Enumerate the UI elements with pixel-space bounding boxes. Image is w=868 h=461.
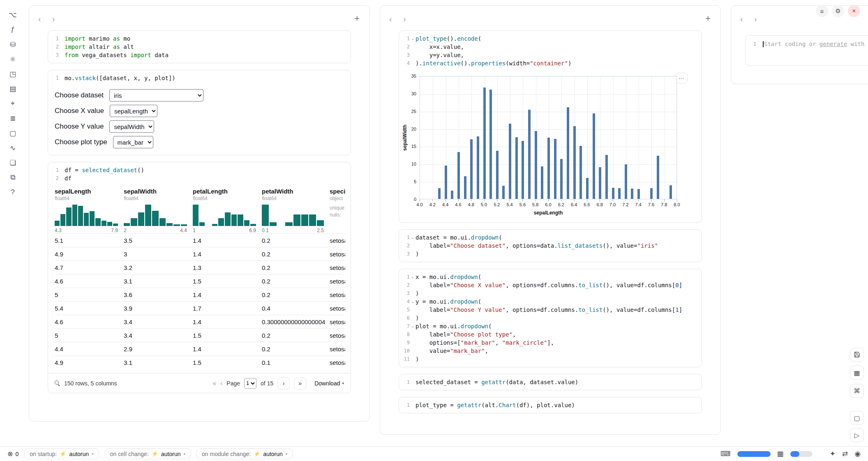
dropdown-select-choose-y-value[interactable]: sepalWidth [109, 120, 154, 133]
fold-chevron-icon[interactable]: ⌄ [410, 275, 416, 279]
line-number: 2 [48, 44, 59, 50]
table-row[interactable]: 5.13.51.40.2setosa [55, 233, 345, 247]
dropdown-select-choose-dataset[interactable]: iris [109, 89, 203, 101]
code-line: 7⌄plot = mo.ui.dropdown( [399, 322, 702, 330]
cell-new-empty[interactable]: 1 Start coding or generate with AI [745, 35, 868, 66]
table-header: sepalLengthfloat644.37.9sepalWidthfloat6… [55, 188, 345, 233]
table-row[interactable]: 5.43.91.70.4setosa [55, 301, 345, 315]
column-name: species [330, 188, 345, 195]
table-footer: 150 rows, 5 columns « ‹ Page 1 of 15 › »… [48, 373, 351, 393]
on-startup-chip[interactable]: on startup: ⚡ autorun ▾ [24, 448, 99, 459]
cell-xy-plot-dropdowns[interactable]: 1⌄x = mo.ui.dropdown(2 label="Choose X v… [399, 269, 702, 367]
fold-chevron-icon[interactable]: ⌄ [410, 300, 416, 304]
chat-icon[interactable]: ❏ [8, 158, 18, 167]
code-editor[interactable]: 1import marimo as mo2import altair as al… [48, 31, 351, 63]
outline-icon[interactable]: ≣ [8, 114, 18, 123]
chart-bar [586, 178, 589, 199]
next-page-button[interactable]: › [277, 377, 290, 390]
error-count[interactable]: ⊗ 0 [7, 450, 18, 458]
snippets-icon[interactable]: ⧉ [8, 173, 18, 182]
functions-icon[interactable]: ƒ [8, 25, 18, 34]
on-module-change-chip[interactable]: on module change: ⚡ autorun ▾ [196, 448, 293, 459]
line-number: 1 [399, 402, 410, 408]
table-row[interactable]: 4.63.41.40.30000000000000004setosa [55, 315, 345, 328]
chevron-right-icon[interactable]: › [52, 15, 55, 23]
menu-button[interactable]: ≡ [816, 5, 828, 17]
cell-plot-type[interactable]: 1plot_type = getattr(alt.Chart(df), plot… [399, 397, 702, 413]
documentation-icon[interactable]: ▢ [8, 129, 18, 138]
chevron-left-icon[interactable]: ‹ [38, 15, 41, 23]
generate-with-ai-link[interactable]: generate [820, 41, 847, 47]
help-icon[interactable]: ? [8, 188, 18, 197]
chart-bar [547, 138, 550, 199]
line-number: 2 [399, 282, 410, 288]
table-row[interactable]: 4.42.91.40.2setosa [55, 342, 345, 355]
tracing-icon[interactable]: ∿ [8, 143, 18, 152]
chevron-left-icon[interactable]: ‹ [740, 15, 743, 23]
runtime-icon[interactable]: ⌖ [8, 99, 18, 108]
variables-icon[interactable]: ⚛ [8, 55, 18, 64]
memory-chip-icon[interactable]: ▦ [777, 449, 784, 458]
shutdown-button[interactable]: × [848, 5, 860, 17]
code-editor[interactable]: 1df = selected_dataset()2df [48, 162, 351, 186]
chevron-left-icon[interactable]: ‹ [389, 15, 392, 23]
minimap-button[interactable]: ▢ [850, 411, 864, 425]
chevron-right-icon[interactable]: › [403, 15, 406, 23]
ai-sparkle-icon[interactable]: ✦ [830, 449, 836, 458]
code-editor[interactable]: 1⌄plot_type().encode(2 x=x.value,3 y=y.v… [399, 31, 702, 71]
cell-vstack[interactable]: 1mo.vstack([dataset, x, y, plot]) Choose… [48, 70, 351, 155]
command-palette-button[interactable]: ⌘ [850, 384, 864, 398]
swap-icon[interactable]: ⇄ [842, 449, 848, 458]
keyboard-icon[interactable]: ⌨ [720, 449, 731, 458]
fold-chevron-icon[interactable]: ⌄ [410, 37, 416, 41]
histogram-bar [293, 214, 300, 226]
code-editor[interactable]: 1mo.vstack([dataset, x, y, plot]) [48, 70, 351, 86]
cell-dataframe[interactable]: 1df = selected_dataset()2df sepalLengthf… [48, 162, 351, 393]
layout-button[interactable]: ▦ [850, 366, 864, 380]
code-editor[interactable]: 1⌄x = mo.ui.dropdown(2 label="Choose X v… [399, 269, 702, 367]
line-number: 7 [399, 323, 410, 329]
table-row[interactable]: 4.73.21.30.2setosa [55, 260, 345, 274]
download-button[interactable]: Download ▾ [314, 380, 344, 387]
gridline-x [651, 76, 652, 199]
code-editor[interactable]: 1plot_type = getattr(alt.Chart(df), plot… [399, 397, 702, 413]
dropdown-select-choose-plot-type[interactable]: mark_bar [113, 136, 153, 148]
x-tick-label: 4.8 [468, 202, 474, 207]
cell-plot[interactable]: 1⌄plot_type().encode(2 x=x.value,3 y=y.v… [399, 30, 702, 223]
table-row[interactable]: 53.61.40.2setosa [55, 288, 345, 301]
fold-chevron-icon[interactable]: ⌄ [410, 324, 416, 328]
cell-dataset-dropdown[interactable]: 1⌄dataset = mo.ui.dropdown(2 label="Choo… [399, 229, 702, 262]
layers-icon[interactable]: ▤ [8, 84, 18, 93]
cell-selected-dataset[interactable]: 1selected_dataset = getattr(data, datase… [399, 374, 702, 390]
run-button[interactable]: ▷ [850, 428, 864, 442]
on-cell-change-chip[interactable]: on cell change: ⚡ autorun ▾ [105, 448, 191, 459]
datasources-icon[interactable]: ⛁ [8, 40, 18, 49]
table-row[interactable]: 4.63.11.50.2setosa [55, 274, 345, 288]
prev-page-button[interactable]: ‹ [220, 380, 222, 387]
code-editor[interactable]: 1⌄dataset = mo.ui.dropdown(2 label="Choo… [399, 230, 702, 262]
fold-chevron-icon[interactable]: ⌄ [410, 235, 416, 240]
page-select[interactable]: 1 [244, 378, 256, 389]
x-tick-mark [510, 199, 510, 201]
cell-imports[interactable]: 1import marimo as mo2import altair as al… [48, 30, 351, 63]
x-tick-label: 7.0 [609, 202, 616, 207]
code-editor[interactable]: 1selected_dataset = getattr(data, datase… [399, 374, 702, 390]
last-page-button[interactable]: » [294, 377, 306, 390]
table-row[interactable]: 4.93.11.50.1setosa [55, 355, 345, 369]
table-row[interactable]: 53.41.50.2setosa [55, 328, 345, 342]
chart-menu-button[interactable]: ⋯ [675, 73, 688, 83]
first-page-button[interactable]: « [212, 380, 216, 387]
settings-button[interactable]: ⚙ [832, 5, 844, 17]
file-tree-icon[interactable]: ⌥ [8, 10, 18, 19]
packages-icon[interactable]: ◳ [8, 69, 18, 78]
column-type: float64 [262, 196, 324, 201]
search-icon[interactable] [55, 380, 60, 386]
histogram-bar [309, 214, 316, 226]
dropdown-select-choose-x-value[interactable]: sepalLength [110, 105, 157, 117]
save-button[interactable] [850, 348, 864, 362]
power-icon[interactable]: ◉ [854, 449, 861, 458]
chevron-right-icon[interactable]: › [754, 15, 757, 23]
add-cell-button[interactable]: + [705, 14, 711, 23]
table-row[interactable]: 4.931.40.2setosa [55, 247, 345, 260]
add-cell-button[interactable]: + [354, 14, 360, 23]
